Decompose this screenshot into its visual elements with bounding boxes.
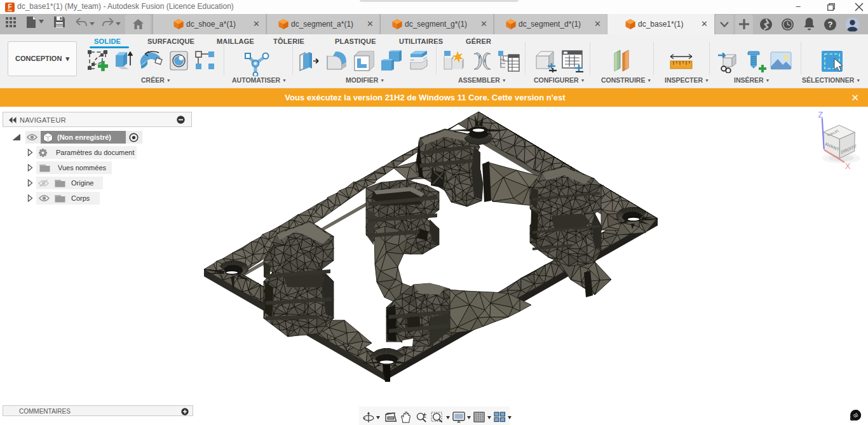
svg-text:?: ?: [828, 20, 833, 29]
svg-text:Z: Z: [818, 111, 824, 119]
svg-text:FUS: FUS: [8, 10, 11, 12]
svg-text:X: X: [845, 162, 851, 171]
